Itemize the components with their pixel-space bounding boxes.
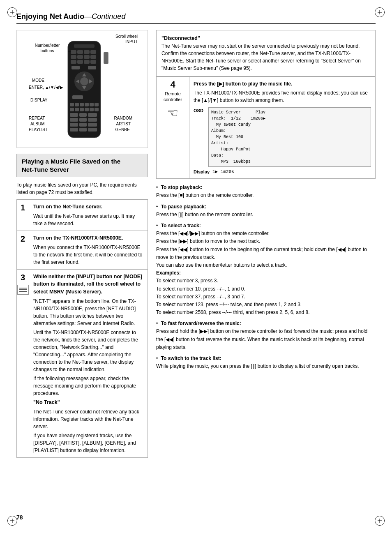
svg-rect-23 (70, 103, 74, 106)
remote-diagram: Number/letter buttons MODE ENTER, ▲/▼/◀/… (16, 30, 148, 148)
step-4-left: 4 Remotecontroller ☞ (157, 77, 189, 179)
svg-rect-28 (95, 103, 99, 106)
bullet-pause: • To pause playback: Press the [‖] butto… (156, 203, 376, 219)
label-scroll: Scroll wheelINPUT (115, 34, 138, 44)
corner-mark-tr (375, 7, 385, 17)
osd-screen: Music Server Play Track: 1/12 1m20s▶ My … (208, 107, 371, 167)
right-column: "Disconnected" The Net-Tune server may n… (156, 30, 376, 458)
section-box: Playing a Music File Saved on the Net-Tu… (16, 154, 148, 177)
svg-rect-43 (88, 123, 97, 127)
bullet-section: • To stop playback: Press the [■] button… (156, 184, 376, 370)
step-1-num: 1 (17, 200, 29, 231)
step-4-content: Press the [▶] button to play the music f… (189, 77, 375, 179)
left-column: Number/letter buttons MODE ENTER, ▲/▼/◀/… (16, 30, 148, 458)
label-display: DISPLAY (30, 98, 48, 102)
steps-container: 1 Turn on the Net-Tune server. Wait unti… (16, 199, 148, 458)
svg-rect-38 (70, 118, 78, 122)
svg-rect-6 (71, 55, 76, 59)
svg-rect-9 (90, 55, 96, 59)
svg-rect-42 (79, 123, 87, 127)
section-title: Playing a Music File Saved on the Net-Tu… (22, 157, 143, 173)
diagram-labels-left: Number/letter buttons MODE ENTER, ▲/▼/◀/… (29, 37, 66, 45)
step-3-num: 3 (17, 270, 29, 457)
svg-rect-34 (95, 108, 99, 111)
svg-rect-25 (80, 103, 84, 106)
svg-rect-10 (71, 60, 76, 64)
step-3: 3 While neither the [INPUT] button nor [… (17, 270, 148, 457)
osd-row: OSD Music Server Play Track: 1/12 1m20s▶… (194, 107, 371, 167)
label-enter: ENTER, ▲/▼/◀/▶ (29, 85, 63, 90)
label-number-letter: Number/letter buttons (29, 43, 66, 53)
svg-rect-12 (84, 60, 90, 64)
main-layout: Number/letter buttons MODE ENTER, ▲/▼/◀/… (16, 30, 376, 458)
step-2: 2 Turn on the TX-NR1000/TX-NR5000E. When… (17, 231, 148, 270)
label-genre: GENRE (115, 127, 130, 132)
svg-rect-11 (77, 60, 83, 64)
svg-rect-13 (90, 60, 96, 64)
svg-rect-14 (71, 66, 80, 69)
scroll-wheel (104, 52, 108, 64)
svg-rect-35 (70, 113, 78, 117)
corner-mark-br (375, 516, 385, 526)
section-divider (156, 178, 376, 179)
svg-rect-24 (75, 103, 79, 106)
remote-body-wrapper: Scroll wheelINPUT RANDOM ARTIST GENRE (66, 37, 103, 141)
svg-rect-29 (70, 108, 74, 111)
osd-label: OSD (194, 107, 206, 114)
step-3-content: While neither the [INPUT] button nor [MO… (29, 270, 148, 457)
diagram-inner: Number/letter buttons MODE ENTER, ▲/▼/◀/… (21, 37, 144, 141)
svg-rect-41 (70, 123, 78, 127)
corner-mark-tl (7, 7, 17, 17)
bullet-stop: • To stop playback: Press the [■] button… (156, 184, 376, 199)
svg-rect-5 (90, 50, 96, 54)
disconnected-info: "Disconnected" The Net-Tune server may n… (157, 30, 375, 76)
step-2-num: 2 (17, 231, 29, 269)
svg-rect-1 (74, 44, 95, 48)
display-value: 1▶ 1m20s (212, 168, 234, 175)
bullet-fast-forward: • To fast forward/reverse the music: Pre… (156, 320, 376, 351)
svg-rect-32 (85, 108, 89, 111)
menu-icon (17, 285, 29, 295)
label-repeat: REPEAT (29, 116, 45, 120)
label-random: RANDOM (114, 116, 132, 120)
display-label: Display (194, 168, 210, 175)
display-row: Display 1▶ 1m20s (194, 168, 371, 175)
svg-rect-3 (77, 50, 83, 54)
svg-rect-46 (88, 128, 97, 132)
bullet-track-list: • To switch to the track list: While pla… (156, 355, 376, 370)
remote-svg (66, 37, 103, 140)
svg-rect-44 (70, 128, 78, 132)
hand-icon: ☞ (167, 106, 178, 120)
page-title: Enjoying Net Audio—Continued (16, 12, 125, 21)
svg-rect-15 (88, 66, 96, 69)
svg-rect-33 (90, 108, 94, 111)
svg-rect-7 (77, 55, 83, 59)
label-mode: MODE (32, 78, 44, 83)
label-playlist: PLAYLIST (29, 127, 48, 132)
svg-rect-40 (88, 118, 97, 122)
svg-rect-36 (79, 113, 87, 117)
step-4-container: 4 Remotecontroller ☞ Press the [▶] butto… (156, 76, 376, 179)
svg-rect-26 (85, 103, 89, 106)
svg-rect-31 (80, 108, 84, 111)
svg-rect-2 (71, 50, 76, 54)
page-header: Enjoying Net Audio—Continued (16, 12, 376, 24)
svg-rect-30 (75, 108, 79, 111)
label-artist: ARTIST (116, 122, 131, 126)
diagram-area: Number/letter buttons MODE ENTER, ▲/▼/◀/… (21, 33, 144, 145)
svg-rect-4 (84, 50, 90, 54)
corner-mark-bl (7, 516, 17, 526)
step-2-content: Turn on the TX-NR1000/TX-NR5000E. When y… (29, 231, 148, 269)
svg-rect-45 (79, 128, 87, 132)
svg-rect-27 (90, 103, 94, 106)
bullet-select-track: • To select a track: Press the [◀◀]/[▶▶]… (156, 222, 376, 316)
intro-text: To play music files saved on your PC, th… (16, 181, 148, 196)
svg-rect-8 (84, 55, 90, 59)
info-box: "Disconnected" The Net-Tune server may n… (156, 30, 376, 76)
page-number: 78 (16, 514, 23, 521)
svg-rect-39 (79, 118, 87, 122)
svg-point-21 (80, 77, 88, 85)
step-1-content: Turn on the Net-Tune server. Wait until … (29, 200, 148, 231)
svg-rect-37 (88, 113, 97, 117)
svg-rect-22 (72, 95, 83, 99)
